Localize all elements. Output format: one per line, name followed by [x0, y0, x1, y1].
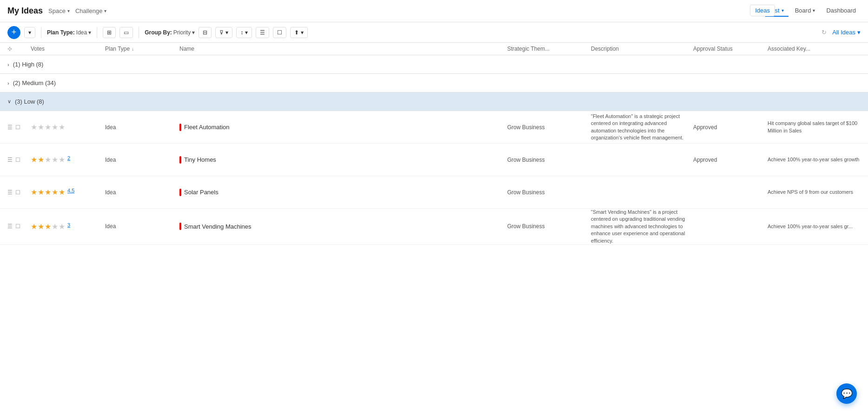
col-votes-label: Votes [31, 46, 45, 52]
sort-button[interactable]: ↕ ▾ [236, 27, 252, 38]
comment-icon: ☐ [277, 29, 282, 36]
page-title: My Ideas [7, 6, 43, 16]
star-1: ★ [31, 155, 37, 164]
drag-icon[interactable]: ☰ [7, 157, 13, 163]
drag-icon[interactable]: ☰ [7, 189, 13, 196]
columns-icon: ⊟ [203, 29, 207, 36]
group-medium-label: (2) Medium (34) [13, 79, 56, 86]
all-ideas-label: All Ideas [832, 29, 855, 36]
col-name-label: Name [179, 46, 194, 52]
filter-button[interactable]: ⊽ ▾ [215, 27, 232, 38]
view-switcher: List ▾ Board ▾ Dashboard [765, 5, 861, 17]
separator-1 [41, 27, 41, 38]
dashboard-view-button[interactable]: Dashboard [822, 5, 861, 17]
plan-type-value: Idea [76, 29, 87, 36]
col-approval[interactable]: Approval Status [693, 46, 768, 52]
chevron-down-icon: ▾ [67, 8, 70, 13]
priority-indicator [179, 124, 181, 131]
star-2: ★ [38, 222, 44, 231]
star-3: ★ [45, 222, 51, 231]
item-name-cell[interactable]: Smart Vending Machines [179, 223, 507, 230]
rating-count[interactable]: 4.5 [67, 188, 74, 197]
chevron-down-icon: ▾ [192, 29, 195, 36]
separator-3 [139, 27, 139, 38]
all-ideas-button[interactable]: ↻ All Ideas ▾ [822, 29, 861, 36]
strategic-theme-cell: Grow Business [507, 124, 591, 131]
rating-count[interactable]: 3 [67, 222, 70, 231]
col-name[interactable]: Name [179, 46, 507, 52]
add-dropdown-button[interactable]: ▾ [24, 27, 35, 38]
comment-icon[interactable]: ☐ [15, 189, 20, 196]
board-view-button[interactable]: Board ▾ [790, 5, 820, 17]
col-plan-type-label: Plan Type [105, 46, 130, 52]
star-1: ★ [31, 188, 37, 197]
star-5: ★ [59, 188, 65, 197]
plan-type-cell: Idea [105, 157, 179, 163]
comment-button[interactable]: ☐ [273, 27, 286, 38]
col-plan-type[interactable]: Plan Type ↓ [105, 46, 179, 52]
group-high[interactable]: › (1) High (8) [0, 55, 868, 74]
add-idea-button[interactable]: + [7, 26, 20, 39]
sort-icon: ↕ [240, 29, 243, 36]
comment-icon[interactable]: ☐ [15, 223, 20, 230]
star-rating[interactable]: ★ ★ ★ ★ ★ 4.5 [31, 188, 105, 197]
export-button[interactable]: ⬆ ▾ [290, 27, 308, 38]
col-strategic-theme[interactable]: Strategic Them... [507, 46, 591, 52]
drag-icon[interactable]: ☰ [7, 223, 13, 230]
group-medium[interactable]: › (2) Medium (34) [0, 74, 868, 92]
col-associated-label: Associated Key... [768, 46, 810, 52]
export-icon: ⬆ [294, 29, 299, 36]
row-actions: ☰ ☐ [7, 124, 31, 131]
col-votes[interactable]: Votes [31, 46, 105, 52]
star-rating[interactable]: ★ ★ ★ ★ ★ 3 [31, 222, 105, 231]
star-rating[interactable]: ★ ★ ★ ★ ★ [31, 123, 105, 132]
item-name-cell[interactable]: Solar Panels [179, 189, 507, 196]
star-1: ★ [31, 222, 37, 231]
item-name-label: Fleet Automation [184, 124, 230, 131]
priority-indicator [179, 156, 181, 164]
plan-type-filter: Plan Type: Idea ▾ [47, 29, 91, 36]
add-column-icon: ⊞ [107, 29, 112, 36]
item-name-cell[interactable]: Tiny Homes [179, 156, 507, 164]
item-name-label: Tiny Homes [184, 156, 216, 163]
votes-cell: ★ ★ ★ ★ ★ 4.5 [31, 188, 105, 197]
collapse-button[interactable]: ▭ [119, 27, 133, 38]
chevron-down-icon: ▾ [225, 29, 228, 36]
col-description[interactable]: Description [591, 46, 693, 52]
comment-icon[interactable]: ☐ [15, 124, 20, 131]
add-icon: + [12, 27, 17, 37]
star-4: ★ [52, 188, 58, 197]
col-associated[interactable]: Associated Key... [768, 46, 861, 52]
description-cell: "Fleet Automation" is a strategic projec… [591, 113, 693, 142]
chevron-down-icon: ▾ [88, 29, 91, 36]
star-rating[interactable]: ★ ★ ★ ★ ★ 2 [31, 155, 105, 164]
votes-cell: ★ ★ ★ ★ ★ 2 [31, 155, 105, 164]
top-bar-left: My Ideas Space ▾ Challenge ▾ [7, 6, 106, 16]
row-actions: ☰ ☐ [7, 223, 31, 230]
rating-count[interactable]: 2 [67, 155, 70, 164]
density-button[interactable]: ☰ [256, 27, 269, 38]
chevron-down-icon: ▾ [857, 29, 861, 36]
chevron-down-icon: ▾ [104, 8, 106, 13]
chevron-down-icon: ▾ [301, 29, 304, 36]
item-name-cell[interactable]: Fleet Automation [179, 124, 507, 131]
ideas-badge-label: Ideas [755, 7, 770, 14]
breadcrumb-challenge[interactable]: Challenge ▾ [75, 7, 107, 14]
strategic-theme-cell: Grow Business [507, 157, 591, 163]
comment-icon[interactable]: ☐ [15, 157, 20, 163]
item-name-label: Smart Vending Machines [184, 223, 252, 230]
columns-button[interactable]: ⊟ [199, 27, 212, 38]
table-row: ☰ ☐ ★ ★ ★ ★ ★ 4.5 Idea Solar Panels Grow… [0, 176, 868, 209]
star-4: ★ [52, 123, 58, 132]
star-2: ★ [38, 155, 44, 164]
breadcrumb-space[interactable]: Space ▾ [48, 7, 70, 14]
sort-icon: ↓ [132, 46, 134, 52]
group-low[interactable]: ∨ (3) Low (8) [0, 92, 868, 111]
add-column-button[interactable]: ⊞ [103, 27, 116, 38]
drag-icon[interactable]: ☰ [7, 124, 13, 131]
group-high-label: (1) High (8) [13, 61, 44, 68]
ideas-badge[interactable]: Ideas [750, 5, 775, 16]
table-row: ☰ ☐ ★ ★ ★ ★ ★ 2 Idea Tiny Homes Grow Bus… [0, 144, 868, 176]
votes-cell: ★ ★ ★ ★ ★ 3 [31, 222, 105, 231]
star-5: ★ [59, 123, 65, 132]
